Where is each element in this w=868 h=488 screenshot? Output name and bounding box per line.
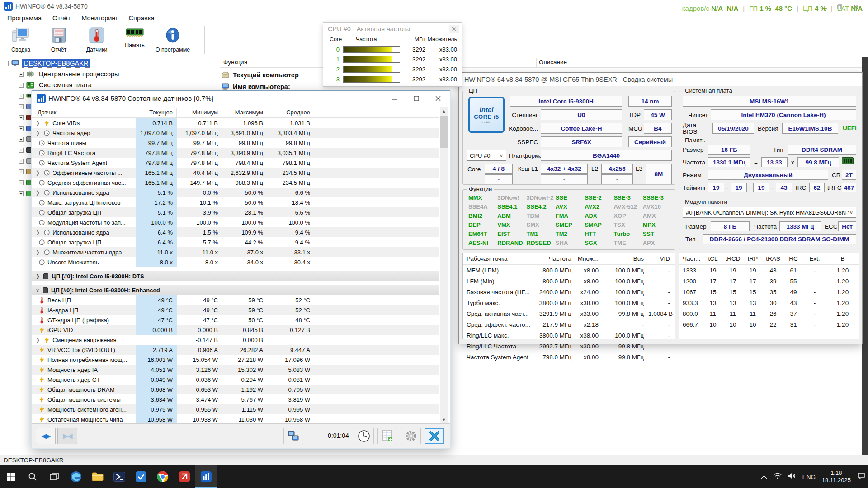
sensor-row[interactable]: Модуляция частоты по зап...100.0 %100.0 …: [32, 217, 439, 227]
taskbar-blue-app-icon[interactable]: [130, 465, 152, 488]
chip-icon: [43, 287, 48, 293]
cpu-sspec-field: SRF6X: [541, 136, 622, 147]
taskbar-red-app-icon[interactable]: [174, 465, 195, 488]
action-center-icon[interactable]: [857, 472, 865, 481]
cpu-feature-flag: AVX10: [643, 203, 672, 210]
taskbar-explorer-icon[interactable]: [87, 465, 108, 488]
sensor-row[interactable]: Ring/LLC Частота797.8 МГц797.8 МГц3,390.…: [32, 148, 439, 158]
sensor-group-header[interactable]: ❯ЦП [#0]: Intel Core i5-9300H: DTS: [32, 271, 439, 281]
osd-performance-overlay: кадров/с N/A N/A|ГП 1 % 48 °C|ЦП 4 %|LAT…: [682, 5, 863, 12]
menu-item[interactable]: Программа: [2, 14, 47, 24]
wifi-icon[interactable]: [774, 473, 782, 481]
nav-arrows-button[interactable]: ◀▶: [36, 428, 56, 444]
close-icon[interactable]: [428, 93, 448, 104]
nav-arrows-disabled-button[interactable]: ▶◀: [57, 428, 77, 444]
sensor-row[interactable]: IA-ядра ЦП49 °C49 °C59 °C52 °C: [32, 305, 439, 315]
sensor-row[interactable]: ❯Эффективные частоты ...165.1 МГц40.4 МГ…: [32, 168, 439, 178]
sensor-row[interactable]: Полная потребляемая мощ...16.003 W15.054…: [32, 355, 439, 365]
sensors-window: HWiNFO® 64 v8.34-5870 Состояние датчиков…: [32, 90, 450, 448]
minimize-icon[interactable]: [385, 93, 405, 104]
cpu-feature-flag: RDSEED: [527, 239, 556, 246]
tree-expander[interactable]: +: [19, 83, 24, 88]
sensor-row[interactable]: GT-ядра ЦП (графика)47 °C47 °C50 °C48 °C: [32, 315, 439, 325]
cpu-feature-flag: TM2: [556, 230, 585, 237]
menu-item[interactable]: Справка: [123, 14, 160, 24]
remote-monitoring-button[interactable]: [283, 428, 303, 444]
tree-item-Системная плата[interactable]: +Системная плата: [3, 80, 219, 90]
taskbar-search-icon[interactable]: [22, 465, 43, 488]
tree-item-DESKTOP-EB8GAKR[interactable]: -DESKTOP-EB8GAKR: [3, 58, 219, 69]
settings-gear-button[interactable]: [401, 428, 421, 444]
taskbar-chrome-icon[interactable]: [152, 465, 174, 488]
sensor-min: 8.0 x: [177, 257, 222, 267]
sensor-row[interactable]: ❯Множители частоты ядра11.0 x11.0 x37.0 …: [32, 247, 439, 257]
tree-expander[interactable]: +: [19, 94, 24, 99]
sensor-row[interactable]: ❯Частоты ядер1,097.0 МГц1,097.0 МГц3,691…: [32, 128, 439, 138]
sensor-row[interactable]: Общая мощность DRAM0.668 W0.653 W1.192 W…: [32, 385, 439, 394]
sensor-row[interactable]: Мощность ядер GT0.049 W0.036 W0.294 W0.0…: [32, 375, 439, 385]
sensor-row[interactable]: Остаточная мощность чипа10.958 W10.938 W…: [32, 414, 439, 423]
toolbar-button-Датчики[interactable]: Датчики: [78, 26, 116, 55]
memory-icon[interactable]: [842, 157, 854, 164]
tray-chevron-icon[interactable]: [761, 473, 767, 481]
cpu-select-dropdown[interactable]: CPU #0∨: [467, 150, 506, 161]
sensor-row[interactable]: ❯Core VIDs0.714 В0.711 В1.096 В1.031 В: [32, 118, 439, 128]
menu-item[interactable]: Отчёт: [47, 14, 76, 24]
cpu-feature-flag: 3DNow!-2: [527, 194, 556, 201]
sensor-row[interactable]: Макс. загрузка ЦП/потоков17.2 %10.1 %50.…: [32, 197, 439, 207]
clock-icon: [38, 180, 45, 186]
memory-module-dropdown[interactable]: #0 [BANK 0/ChannelA-DIMM0]: SK Hynix HMA…: [683, 207, 856, 218]
list-item-computer-name[interactable]: Имя компьютера:: [222, 83, 290, 90]
sensor-min: 0.653 W: [177, 385, 222, 394]
sensor-max: 99.8 МГц: [222, 138, 267, 148]
cpu-mcu-field: B4: [644, 123, 672, 134]
toolbar-button-Отчёт[interactable]: Отчёт: [40, 26, 78, 55]
vertical-scrollbar[interactable]: ▲ ▼: [440, 107, 448, 423]
frequency-bar: [343, 46, 400, 53]
maximize-icon[interactable]: [406, 93, 426, 104]
sensor-row[interactable]: ❯Смещения напряжения-0.147 В0.000 В: [32, 335, 439, 345]
taskbar-powershell-icon[interactable]: [108, 465, 130, 488]
sensor-row[interactable]: Средняя эффективная час...165.1 МГц149.7…: [32, 178, 439, 188]
sensor-row[interactable]: Частота System Agent797.8 МГц797.8 МГц79…: [32, 158, 439, 168]
sensor-current: 4.051 W: [136, 365, 177, 375]
tree-expander[interactable]: -: [4, 61, 9, 66]
cpu-feature-flag: 3DNow!: [497, 194, 526, 201]
sensor-row[interactable]: Uncore Множитель8.0 x8.0 x34.0 x30.4 x: [32, 257, 439, 267]
taskbar-start-icon[interactable]: [0, 465, 22, 488]
taskbar-task-view-icon[interactable]: [43, 465, 65, 488]
log-spreadsheet-button[interactable]: [377, 428, 397, 444]
sensor-row[interactable]: ❯Использование ядра6.4 %1.5 %109.9 %9.4 …: [32, 227, 439, 237]
sensor-row[interactable]: Весь ЦП49 °C49 °C59 °C52 °C: [32, 295, 439, 305]
cpu-serial-button[interactable]: Серийный: [628, 136, 672, 147]
sensor-row[interactable]: Общая мощность системы3.634 W3.474 W5.76…: [32, 394, 439, 404]
tree-expander[interactable]: +: [19, 72, 24, 77]
menu-item[interactable]: Мониторинг: [76, 14, 123, 24]
cpu-tdp-field: 45 W: [644, 109, 672, 120]
tree-item-Центральные процессоры[interactable]: +Центральные процессоры: [3, 69, 219, 80]
sensor-row[interactable]: Мощность системного аген...0.975 W0.955 …: [32, 404, 439, 414]
column-function[interactable]: Функция: [223, 59, 247, 66]
sensor-row[interactable]: Мощность ядер IA4.051 W3.126 W15.302 W5.…: [32, 365, 439, 375]
sensor-row[interactable]: Общая загрузка ЦП6.4 %5.7 %44.2 %9.4 %: [32, 237, 439, 247]
clock-button[interactable]: [354, 428, 374, 444]
sensor-group-header[interactable]: ∨ЦП [#0]: Intel Core i5-9300H: Enhanced: [32, 285, 439, 295]
column-description[interactable]: Описание: [539, 59, 567, 66]
sensor-row[interactable]: Общая загрузка ЦП5.1 %3.9 %28.1 %6.6 %: [32, 207, 439, 217]
list-item-current-computer[interactable]: Текущий компьютер: [222, 71, 299, 79]
toolbar-button-О программе[interactable]: О программе: [154, 26, 192, 55]
sensor-row[interactable]: ❯Использование ядра5.1 %0.0 %50.0 %6.6 %: [32, 188, 439, 197]
language-indicator[interactable]: ENG: [802, 474, 816, 480]
sensor-row[interactable]: iGPU VID0.000 В0.000 В0.845 В0.127 В: [32, 325, 439, 335]
toolbar-button-Сводка[interactable]: Сводка: [2, 26, 40, 55]
clock-date[interactable]: 1:1818.11.2025: [822, 469, 851, 484]
taskbar-hwinfo-icon[interactable]: [195, 465, 217, 488]
volume-icon[interactable]: [788, 473, 796, 481]
toolbar-button-Память[interactable]: Память: [116, 26, 154, 55]
popup-close-icon[interactable]: [449, 25, 459, 33]
taskbar-edge-icon[interactable]: [65, 465, 87, 488]
scrollbar-thumb[interactable]: [440, 116, 448, 148]
close-sensors-button[interactable]: [425, 428, 444, 444]
sensor-row[interactable]: Частота шины99.7 МГц99.7 МГц99.8 МГц99.8…: [32, 138, 439, 148]
sensor-row[interactable]: VR VCC Ток (SVID IOUT)2.719 A0.906 A26.2…: [32, 345, 439, 355]
